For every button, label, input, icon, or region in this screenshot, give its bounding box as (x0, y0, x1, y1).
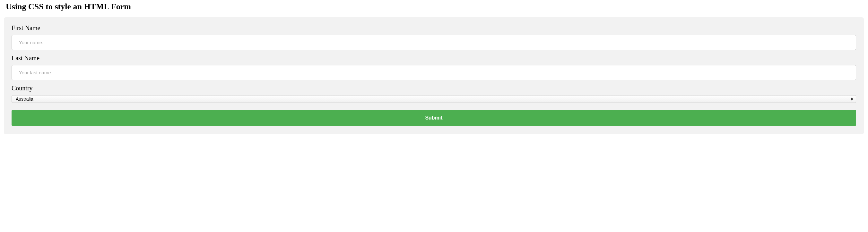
page-title: Using CSS to style an HTML Form (6, 2, 864, 11)
last-name-input[interactable] (11, 65, 856, 80)
first-name-input[interactable] (11, 35, 856, 50)
page-wrap: Using CSS to style an HTML Form First Na… (0, 2, 868, 134)
country-select[interactable]: Australia (11, 95, 856, 103)
submit-button[interactable]: Submit (11, 110, 856, 126)
form-container: First Name Last Name Country Australia ▲… (4, 17, 864, 134)
last-name-label: Last Name (11, 54, 856, 62)
country-label: Country (11, 85, 856, 92)
first-name-label: First Name (11, 24, 856, 32)
country-select-wrap: Australia ▲ ▼ (11, 95, 856, 103)
